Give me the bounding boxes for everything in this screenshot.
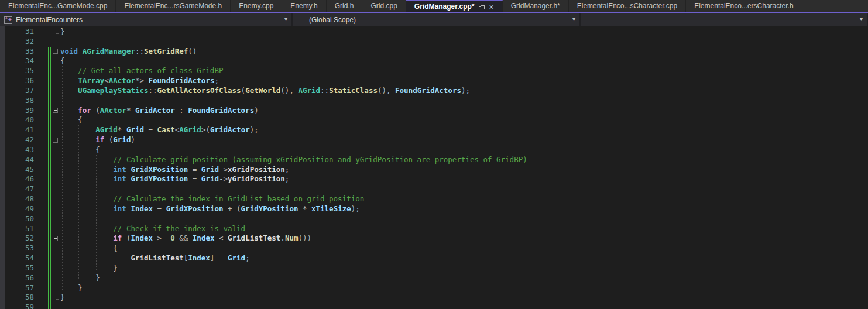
code-line-58[interactable]: 58}	[0, 293, 868, 303]
code-text: }	[60, 263, 118, 273]
tab-elementalenco-erscharacter-h[interactable]: ElementalEnco...ersCharacter.h	[686, 0, 802, 12]
fold-collapse-button[interactable]	[53, 49, 58, 54]
code-text: if (Index >= 0 && Index < GridListTest.N…	[60, 234, 311, 243]
code-line-50[interactable]: 50	[0, 214, 868, 224]
chevron-down-icon[interactable]: ▾	[284, 16, 287, 22]
code-line-32[interactable]: 32	[0, 37, 868, 47]
code-line-49[interactable]: 49 int Index = GridXPosition + (GridYPos…	[0, 204, 868, 214]
code-text: GridListTest[Index] = Grid;	[60, 253, 250, 263]
line-number[interactable]: 59	[0, 303, 34, 309]
line-number[interactable]: 45	[0, 165, 34, 175]
fold-collapse-button[interactable]	[53, 108, 58, 113]
line-number[interactable]: 56	[0, 273, 34, 283]
code-line-59[interactable]: 59	[0, 303, 868, 309]
code-line-36[interactable]: 36 TArray<AActor*> FoundGridActors;	[0, 76, 868, 86]
code-line-47[interactable]: 47	[0, 184, 868, 194]
line-number[interactable]: 36	[0, 76, 34, 86]
line-number[interactable]: 50	[0, 214, 34, 224]
code-line-57[interactable]: 57 }	[0, 283, 868, 293]
chevron-down-icon[interactable]: ▾	[572, 16, 575, 22]
code-line-44[interactable]: 44 // Calculate grid position (assuming …	[0, 155, 868, 165]
tab-grid-cpp[interactable]: Grid.cpp	[362, 0, 406, 12]
code-line-31[interactable]: 31}	[0, 27, 868, 37]
tab-enemy-cpp[interactable]: Enemy.cpp	[231, 0, 282, 12]
pin-icon[interactable]	[479, 4, 485, 10]
tab-label: Enemy.h	[290, 0, 317, 12]
line-number[interactable]: 52	[0, 234, 34, 243]
line-number[interactable]: 54	[0, 253, 34, 263]
line-number[interactable]: 42	[0, 135, 34, 145]
code-line-53[interactable]: 53 {	[0, 243, 868, 253]
line-number[interactable]: 46	[0, 174, 34, 184]
line-number[interactable]: 33	[0, 47, 34, 57]
code-text: void AGridManager::SetGridRef()	[60, 47, 197, 57]
code-line-55[interactable]: 55 }	[0, 263, 868, 273]
code-line-39[interactable]: 39 for (AActor* GridActor : FoundGridAct…	[0, 106, 868, 116]
tab-gridmanager-h[interactable]: GridManager.h*	[503, 0, 569, 12]
tab-bar: ElementalEnc...GameMode.cppElementalEnc.…	[0, 0, 868, 12]
close-icon[interactable]: ×	[489, 4, 494, 10]
line-number[interactable]: 58	[0, 293, 34, 303]
line-number[interactable]: 38	[0, 96, 34, 106]
line-number[interactable]: 31	[0, 27, 34, 37]
code-line-51[interactable]: 51 // Check if the index is valid	[0, 224, 868, 234]
tab-elementalenc-gamemode-cpp[interactable]: ElementalEnc...GameMode.cpp	[0, 0, 116, 12]
code-line-38[interactable]: 38	[0, 96, 868, 106]
code-line-56[interactable]: 56 }	[0, 273, 868, 283]
line-number[interactable]: 49	[0, 204, 34, 214]
tab-gridmanager-cpp[interactable]: GridManager.cpp*×	[406, 0, 503, 12]
code-text: }	[60, 293, 65, 303]
line-number[interactable]: 43	[0, 145, 34, 155]
tab-label: GridManager.h*	[511, 0, 560, 12]
line-number[interactable]: 37	[0, 86, 34, 96]
line-number[interactable]: 55	[0, 263, 34, 273]
chevron-down-icon[interactable]: ▾	[860, 16, 863, 22]
tab-enemy-h[interactable]: Enemy.h	[282, 0, 326, 12]
code-text: // Get all actors of class GridBP	[60, 66, 223, 76]
member-selector[interactable]: ▾	[581, 13, 868, 26]
cpp-project-icon	[4, 16, 12, 24]
code-text: for (AActor* GridActor : FoundGridActors…	[60, 106, 259, 116]
fold-collapse-button[interactable]	[53, 138, 58, 143]
code-line-52[interactable]: 52 if (Index >= 0 && Index < GridListTes…	[0, 234, 868, 243]
code-line-41[interactable]: 41 AGrid* Grid = Cast<AGrid>(GridActor);	[0, 125, 868, 135]
code-line-34[interactable]: 34{	[0, 56, 868, 66]
line-number[interactable]: 39	[0, 106, 34, 116]
line-number[interactable]: 47	[0, 184, 34, 194]
tab-label: ElementalEnco...ersCharacter.h	[694, 0, 793, 12]
code-text: }	[60, 273, 100, 283]
code-line-33[interactable]: 33void AGridManager::SetGridRef()	[0, 47, 868, 57]
fold-collapse-button[interactable]	[53, 236, 58, 241]
line-number[interactable]: 34	[0, 56, 34, 66]
line-number[interactable]: 32	[0, 37, 34, 47]
code-text: {	[60, 115, 83, 125]
code-line-40[interactable]: 40 {	[0, 115, 868, 125]
line-number[interactable]: 48	[0, 194, 34, 204]
line-number[interactable]: 51	[0, 224, 34, 234]
code-line-43[interactable]: 43 {	[0, 145, 868, 155]
tab-elementalenc-rsgamemode-h[interactable]: ElementalEnc...rsGameMode.h	[116, 0, 231, 12]
code-line-46[interactable]: 46 int GridYPosition = Grid->yGridPositi…	[0, 174, 868, 184]
project-name: ElementalEncounters	[16, 16, 83, 24]
code-line-48[interactable]: 48 // Calculate the index in GridList ba…	[0, 194, 868, 204]
tab-elementalenco-scharacter-cpp[interactable]: ElementalEnco...sCharacter.cpp	[569, 0, 686, 12]
code-text: {	[60, 56, 65, 66]
line-number[interactable]: 41	[0, 125, 34, 135]
line-number[interactable]: 57	[0, 283, 34, 293]
line-number[interactable]: 44	[0, 155, 34, 165]
tab-label: ElementalEnc...GameMode.cpp	[8, 0, 107, 12]
project-selector[interactable]: ElementalEncounters ▾	[0, 13, 293, 26]
change-tracking-bar	[48, 47, 49, 309]
code-line-35[interactable]: 35 // Get all actors of class GridBP	[0, 66, 868, 76]
line-number[interactable]: 40	[0, 115, 34, 125]
code-editor[interactable]: 31}3233void AGridManager::SetGridRef()34…	[0, 26, 868, 309]
code-line-45[interactable]: 45 int GridXPosition = Grid->xGridPositi…	[0, 165, 868, 175]
code-line-37[interactable]: 37 UGameplayStatics::GetAllActorsOfClass…	[0, 86, 868, 96]
scope-selector[interactable]: (Global Scope) ▾	[293, 13, 581, 26]
line-number[interactable]: 35	[0, 66, 34, 76]
code-line-42[interactable]: 42 if (Grid)	[0, 135, 868, 145]
tab-grid-h[interactable]: Grid.h	[327, 0, 363, 12]
tab-label: Enemy.cpp	[239, 0, 273, 12]
code-line-54[interactable]: 54 GridListTest[Index] = Grid;	[0, 253, 868, 263]
line-number[interactable]: 53	[0, 243, 34, 253]
